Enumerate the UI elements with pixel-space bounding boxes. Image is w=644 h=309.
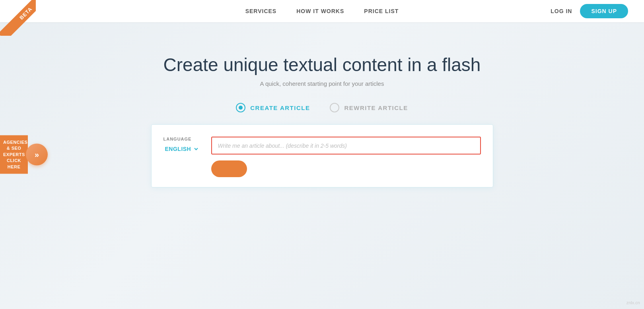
hero-title: Create unique textual content in a flash	[163, 54, 481, 75]
nav-links: SERVICES HOW IT WORKS PRICE LIST	[245, 8, 399, 14]
nav-price-list[interactable]: PRICE LIST	[364, 8, 399, 14]
mode-tabs: CREATE ARTICLE REWRITE ARTICLE	[236, 103, 408, 112]
main-content: Create unique textual content in a flash…	[0, 22, 644, 187]
watermark: znlx.cn	[626, 300, 640, 305]
tab-rewrite-article[interactable]: REWRITE ARTICLE	[330, 103, 408, 112]
agencies-text: AGENCIES & SEO EXPERTS CLICK HERE	[0, 135, 28, 174]
input-section	[211, 137, 481, 177]
login-link[interactable]: LOG IN	[551, 8, 572, 14]
radio-create-icon	[236, 103, 245, 112]
language-section: LANGUAGE ENGLISH SPANISH FRENCH GERMAN I…	[163, 137, 199, 153]
agencies-button[interactable]: AGENCIES & SEO EXPERTS CLICK HERE »	[0, 135, 48, 174]
agencies-arrow-icon: »	[26, 143, 48, 165]
generate-button[interactable]	[211, 160, 247, 177]
language-select[interactable]: ENGLISH SPANISH FRENCH GERMAN ITALIAN	[163, 145, 199, 153]
navbar: SERVICES HOW IT WORKS PRICE LIST LOG IN …	[0, 0, 644, 22]
radio-rewrite-icon	[330, 103, 339, 112]
tab-rewrite-label: REWRITE ARTICLE	[344, 104, 408, 111]
article-topic-input[interactable]	[211, 137, 481, 154]
nav-services[interactable]: SERVICES	[245, 8, 277, 14]
tab-create-article[interactable]: CREATE ARTICLE	[236, 103, 310, 112]
language-label: LANGUAGE	[163, 137, 199, 141]
article-form-box: LANGUAGE ENGLISH SPANISH FRENCH GERMAN I…	[151, 124, 493, 187]
signup-button[interactable]: SIGN UP	[580, 4, 628, 18]
nav-how-it-works[interactable]: HOW IT WORKS	[296, 8, 344, 14]
nav-right: LOG IN SIGN UP	[551, 4, 628, 18]
hero-subtitle: A quick, coherent starting point for you…	[260, 80, 384, 87]
beta-ribbon	[0, 0, 36, 36]
tab-create-label: CREATE ARTICLE	[250, 104, 310, 111]
